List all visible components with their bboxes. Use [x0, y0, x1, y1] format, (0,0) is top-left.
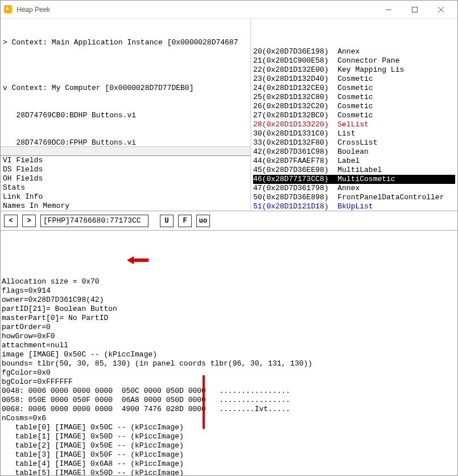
- tree-item[interactable]: 28D74769CB0:BDHP Buttons.vi: [3, 111, 248, 120]
- context-collapsed[interactable]: > Context: Main Application Instance [0x…: [3, 38, 248, 47]
- svg-rect-1: [412, 7, 418, 12]
- object-list-item[interactable]: 22(0x28D1D132E00) Key Mapping Lis: [253, 65, 455, 75]
- object-list-item[interactable]: 30(0x28D1D1331C0) List: [253, 129, 455, 138]
- detail-line: 0058: 050E 0000 050F 0000 06A8 0000 050D…: [2, 396, 456, 405]
- detail-line: owner=0x28D7D361C98(42): [2, 296, 456, 305]
- detail-line: howGrow=0xF0: [2, 332, 456, 341]
- object-list-item[interactable]: 47(0x28D7D361798) Annex: [253, 184, 455, 193]
- object-list-item[interactable]: 44(0x28D7FAAEF78) Label: [253, 157, 455, 166]
- detail-line: table[3] [IMAGE] 0x50F -- (kPiccImage): [2, 450, 456, 459]
- detail-line: table[2] [IMAGE] 0x50E -- (kPiccImage): [2, 441, 456, 450]
- path-input[interactable]: [40, 215, 148, 227]
- minimize-button[interactable]: [376, 1, 402, 18]
- svg-marker-4: [127, 256, 148, 264]
- object-list-item[interactable]: 25(0x28D1D132C80) Cosmetic: [253, 93, 455, 102]
- object-list-item[interactable]: 23(0x28D1D132D40) Cosmetic: [253, 75, 455, 84]
- detail-line: bounds= tlbr(50, 30, 85, 130) (in panel …: [2, 359, 456, 368]
- object-list-item[interactable]: 51(0x28D1D121D18) BkUpList: [253, 202, 455, 211]
- detail-line: bgColor=0xFFFFFF: [2, 377, 456, 387]
- nav-toolbar: < > U F uo: [1, 211, 457, 231]
- object-list[interactable]: 20(0x28D7D36E198) Annex21(0x28D1C900E58)…: [251, 19, 457, 211]
- left-panel: > Context: Main Application Instance [0x…: [1, 19, 251, 211]
- detail-line: 0048: 0006 0000 0000 0000 050C 0000 050D…: [2, 387, 456, 396]
- detail-line: partOrder=0: [2, 323, 456, 332]
- detail-line: attachment=null: [2, 341, 456, 350]
- horizontal-scrollbar[interactable]: [1, 146, 250, 155]
- detail-line: 0068: 0006 0000 0000 0000 4900 7476 028D…: [2, 405, 456, 414]
- object-list-item[interactable]: 24(0x28D1D132CE0) Cosmetic: [253, 84, 455, 93]
- object-list-item[interactable]: 28(0x28D1D133220) SelList: [253, 120, 455, 129]
- close-button[interactable]: [428, 1, 454, 18]
- cmd-vi-fields[interactable]: VI Fields: [3, 156, 248, 165]
- annotation-bar: [203, 375, 205, 429]
- cmd-oh-fields[interactable]: OH Fields: [3, 174, 248, 183]
- app-window: Heap Peek > Context: Main Application In…: [0, 0, 458, 476]
- object-list-item[interactable]: 33(0x28D1D132F80) CrossList: [253, 138, 455, 147]
- command-list: VI Fields DS Fields OH Fields Stats Link…: [1, 155, 250, 211]
- annotation-arrow-icon: [127, 256, 148, 264]
- f-button[interactable]: F: [178, 215, 192, 227]
- object-list-item[interactable]: 50(0x28D7D36E898) FrontPanelDataControll…: [253, 193, 455, 202]
- uo-button[interactable]: uo: [196, 215, 210, 227]
- detail-line: image [IMAGE] 0x50C -- (kPiccImage): [2, 350, 456, 359]
- detail-line: table[5] [IMAGE] 0x50D -- (kPiccImage): [2, 469, 456, 475]
- forward-button[interactable]: >: [22, 215, 36, 227]
- detail-line: table[0] [IMAGE] 0x50C -- (kPiccImage): [2, 423, 456, 432]
- detail-line: nCosms=0x6: [2, 414, 456, 423]
- detail-line: partID[21]= Boolean Button: [2, 305, 456, 314]
- cmd-names-in-mem[interactable]: Names In Memory: [3, 202, 248, 211]
- object-list-item[interactable]: 20(0x28D7D36E198) Annex: [253, 47, 455, 56]
- tree-item[interactable]: 28D74769DC0:FPHP Buttons.vi: [3, 138, 248, 146]
- detail-line: table[1] [IMAGE] 0x50D -- (kPiccImage): [2, 432, 456, 441]
- titlebar: Heap Peek: [1, 1, 457, 19]
- window-title: Heap Peek: [16, 6, 50, 14]
- context-expanded[interactable]: v Context: My Computer [0x0000028D7D77DE…: [3, 84, 248, 93]
- object-list-item[interactable]: 42(0x28D7D361C98) Boolean: [253, 147, 455, 157]
- object-list-item[interactable]: 21(0x28D1C900E58) Connector Pane: [253, 56, 455, 65]
- cmd-link-info[interactable]: Link Info: [3, 192, 248, 202]
- detail-line: table[4] [IMAGE] 0x6A8 -- (kPiccImage): [2, 459, 456, 469]
- context-tree[interactable]: > Context: Main Application Instance [0x…: [1, 19, 250, 146]
- back-button[interactable]: <: [4, 215, 18, 227]
- upper-panels: > Context: Main Application Instance [0x…: [1, 19, 457, 211]
- u-button[interactable]: U: [160, 215, 174, 227]
- object-list-item[interactable]: 45(0x28D7D36EE98) MultiLabel: [253, 166, 455, 175]
- detail-line: fgColor=0x0: [2, 368, 456, 377]
- object-list-item[interactable]: 46(0x28D77173CC8) MultiCosmetic: [253, 175, 455, 184]
- detail-line: Allocation size = 0x70: [2, 277, 456, 286]
- object-list-item[interactable]: 27(0x28D1D132BC0) Cosmetic: [253, 111, 455, 120]
- detail-line: flags=0x914: [2, 286, 456, 296]
- object-list-item[interactable]: 26(0x28D1D132C20) Cosmetic: [253, 102, 455, 111]
- detail-pane[interactable]: Allocation size = 0x70flags=0x914owner=0…: [1, 231, 457, 475]
- app-icon: [4, 5, 13, 14]
- cmd-ds-fields[interactable]: DS Fields: [3, 165, 248, 174]
- detail-line: masterPart[0]= No PartID: [2, 314, 456, 323]
- cmd-stats[interactable]: Stats: [3, 183, 248, 192]
- maximize-button[interactable]: [402, 1, 428, 18]
